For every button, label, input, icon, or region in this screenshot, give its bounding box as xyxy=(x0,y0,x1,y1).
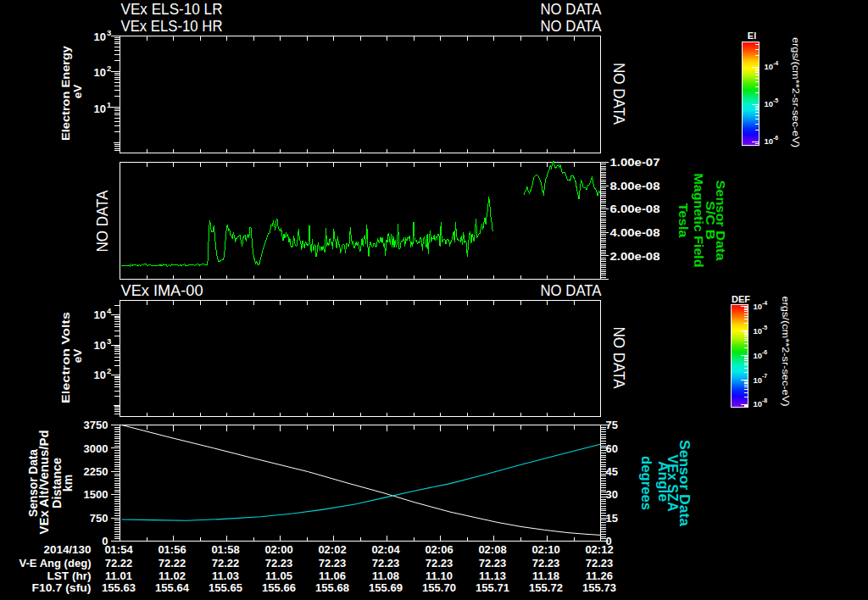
svg-text:eV: eV xyxy=(71,349,84,364)
svg-text:VEx Alt/Venus/Pd: VEx Alt/Venus/Pd xyxy=(37,431,51,535)
svg-text:155.72: 155.72 xyxy=(529,581,563,594)
svg-text:10: 10 xyxy=(94,339,106,352)
svg-text:ergs/(cm**2-sr-sec-eV): ergs/(cm**2-sr-sec-eV) xyxy=(781,297,790,407)
svg-text:155.70: 155.70 xyxy=(422,581,456,594)
svg-text:3: 3 xyxy=(107,28,111,37)
svg-text:11.01: 11.01 xyxy=(105,569,132,582)
svg-text:02:10: 02:10 xyxy=(531,543,559,556)
svg-text:2: 2 xyxy=(107,366,111,375)
svg-text:11.13: 11.13 xyxy=(479,569,506,582)
svg-text:-4: -4 xyxy=(773,60,778,66)
svg-text:11.10: 11.10 xyxy=(426,569,453,582)
svg-text:11.05: 11.05 xyxy=(265,569,292,582)
svg-text:V-E Ang (deg): V-E Ang (deg) xyxy=(19,557,92,569)
svg-text:155.69: 155.69 xyxy=(369,581,403,594)
svg-text:72.23: 72.23 xyxy=(532,557,560,569)
svg-text:75: 75 xyxy=(606,419,618,431)
svg-text:45: 45 xyxy=(606,465,618,478)
svg-text:10: 10 xyxy=(94,103,106,115)
svg-text:10: 10 xyxy=(754,351,763,360)
svg-text:02:06: 02:06 xyxy=(425,543,453,556)
svg-text:10: 10 xyxy=(765,136,774,146)
svg-text:72.23: 72.23 xyxy=(586,557,614,569)
svg-text:10: 10 xyxy=(754,399,763,408)
svg-text:01:54: 01:54 xyxy=(104,543,133,556)
svg-text:3750: 3750 xyxy=(84,419,108,431)
svg-text:02:02: 02:02 xyxy=(318,543,346,556)
svg-text:-7: -7 xyxy=(762,373,767,379)
svg-text:3: 3 xyxy=(107,336,111,346)
svg-text:155.65: 155.65 xyxy=(209,581,242,594)
svg-text:11.26: 11.26 xyxy=(586,569,613,582)
svg-text:11.02: 11.02 xyxy=(159,569,186,582)
svg-text:72.22: 72.22 xyxy=(212,557,240,569)
svg-text:3000: 3000 xyxy=(84,442,108,455)
svg-text:2: 2 xyxy=(107,64,111,73)
svg-text:11.03: 11.03 xyxy=(212,569,239,582)
svg-text:10: 10 xyxy=(765,99,774,108)
svg-text:02:08: 02:08 xyxy=(478,543,506,556)
svg-text:02:00: 02:00 xyxy=(264,543,292,556)
svg-text:Angle: Angle xyxy=(656,461,671,502)
svg-text:72.22: 72.22 xyxy=(159,557,186,569)
svg-text:1.00e-07: 1.00e-07 xyxy=(610,156,660,169)
svg-text:LST (hr): LST (hr) xyxy=(47,569,92,582)
svg-text:10: 10 xyxy=(94,31,106,43)
svg-text:NO DATA: NO DATA xyxy=(541,1,602,18)
svg-text:-5: -5 xyxy=(773,97,778,103)
svg-text:155.68: 155.68 xyxy=(315,581,349,594)
svg-text:72.23: 72.23 xyxy=(265,557,293,569)
svg-text:72.23: 72.23 xyxy=(319,557,347,569)
svg-text:8.00e-08: 8.00e-08 xyxy=(610,180,660,192)
svg-text:11.08: 11.08 xyxy=(372,569,399,582)
svg-text:km: km xyxy=(61,475,75,492)
svg-text:4.00e-08: 4.00e-08 xyxy=(610,226,660,239)
svg-text:72.23: 72.23 xyxy=(479,557,507,569)
svg-text:4: 4 xyxy=(107,306,112,315)
svg-text:72.23: 72.23 xyxy=(372,557,400,569)
svg-text:1: 1 xyxy=(107,100,112,109)
svg-text:NO DATA: NO DATA xyxy=(541,18,602,35)
svg-text:10: 10 xyxy=(754,375,763,385)
svg-text:72.23: 72.23 xyxy=(426,557,453,569)
svg-text:ergs/(cm**2-sr-sec-eV): ergs/(cm**2-sr-sec-eV) xyxy=(791,37,800,147)
svg-text:11.18: 11.18 xyxy=(532,569,559,582)
svg-text:VEx IMA-00: VEx IMA-00 xyxy=(121,282,203,299)
svg-text:2014/130: 2014/130 xyxy=(44,543,92,556)
svg-text:-5: -5 xyxy=(762,325,767,331)
svg-text:155.64: 155.64 xyxy=(155,581,190,594)
svg-text:11.06: 11.06 xyxy=(319,569,346,582)
svg-text:NO DATA: NO DATA xyxy=(94,190,111,252)
svg-text:15: 15 xyxy=(606,512,618,525)
svg-text:NO DATA: NO DATA xyxy=(610,327,627,389)
svg-text:01:56: 01:56 xyxy=(158,543,186,556)
svg-text:01:58: 01:58 xyxy=(211,543,239,556)
svg-text:NO DATA: NO DATA xyxy=(541,282,602,299)
svg-text:30: 30 xyxy=(606,488,618,501)
svg-text:1500: 1500 xyxy=(84,488,108,501)
svg-text:10: 10 xyxy=(765,62,774,71)
svg-text:VEx ELS-10 LR: VEx ELS-10 LR xyxy=(121,1,223,18)
svg-text:72.22: 72.22 xyxy=(105,557,133,569)
svg-text:-4: -4 xyxy=(762,300,767,306)
svg-text:-6: -6 xyxy=(773,135,778,141)
svg-text:-8: -8 xyxy=(762,397,767,403)
svg-text:60: 60 xyxy=(606,442,618,455)
svg-text:DEF: DEF xyxy=(732,294,750,304)
svg-text:155.71: 155.71 xyxy=(476,581,509,594)
svg-text:VEx ELS-10 HR: VEx ELS-10 HR xyxy=(121,18,223,35)
svg-text:10: 10 xyxy=(94,66,106,79)
svg-text:02:04: 02:04 xyxy=(371,543,400,556)
svg-text:2250: 2250 xyxy=(84,465,108,478)
svg-text:Magnetic Field: Magnetic Field xyxy=(692,174,706,268)
svg-text:Tesla: Tesla xyxy=(676,203,691,238)
svg-text:750: 750 xyxy=(90,512,108,525)
svg-text:155.73: 155.73 xyxy=(582,581,616,594)
svg-text:2.00e-08: 2.00e-08 xyxy=(610,250,660,263)
svg-text:-6: -6 xyxy=(762,349,767,355)
svg-text:10: 10 xyxy=(754,326,763,336)
svg-text:El: El xyxy=(748,31,756,41)
svg-text:6.00e-08: 6.00e-08 xyxy=(610,203,660,215)
svg-text:degrees: degrees xyxy=(639,456,654,510)
svg-text:Electron Energy: Electron Energy xyxy=(59,45,72,141)
